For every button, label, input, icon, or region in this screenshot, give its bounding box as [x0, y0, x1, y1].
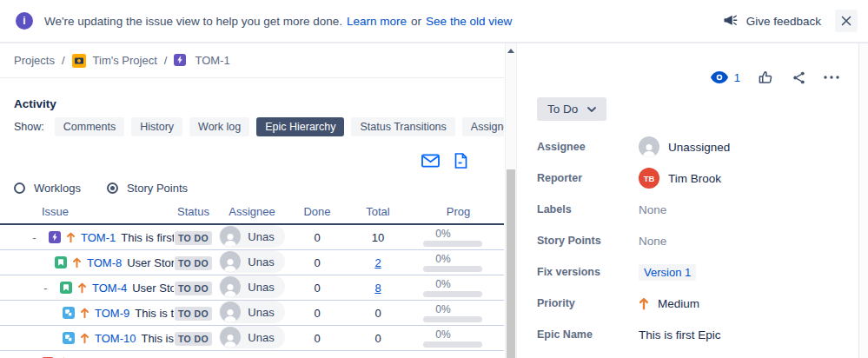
- tab-history[interactable]: History: [131, 117, 182, 136]
- banner-text: We're updating the issue view to help yo…: [44, 15, 342, 28]
- status-dropdown-button[interactable]: To Do: [537, 97, 606, 121]
- info-icon: i: [16, 12, 33, 30]
- breadcrumb-separator: /: [164, 54, 168, 67]
- reporter-avatar: TB: [639, 168, 659, 189]
- done-cell: 0: [291, 231, 343, 244]
- right-panel-edge: [858, 43, 868, 358]
- activity-tabs: Show: CommentsHistoryWork logEpic Hierar…: [14, 117, 504, 136]
- field-label: Labels: [537, 203, 639, 215]
- total-link[interactable]: 2: [374, 256, 381, 269]
- progress-percent: 0%: [408, 253, 478, 265]
- progress-bar: [423, 291, 482, 297]
- table-row-partial: [0, 351, 504, 358]
- assignee-cell: Unas: [213, 275, 291, 300]
- email-icon[interactable]: [421, 154, 440, 168]
- issue-key-link[interactable]: TOM-4: [92, 282, 127, 295]
- jira-issue-view: i We're updating the issue view to help …: [0, 0, 868, 358]
- issue-activity-panel: Projects/Tim's Project/TOM-1 Activity Sh…: [0, 43, 504, 358]
- total-cell: 0: [343, 332, 413, 345]
- tab-assignee-transitions[interactable]: Assignee Transitions: [462, 117, 504, 136]
- status-cell: TO DO: [174, 332, 213, 345]
- more-actions-button[interactable]: [824, 76, 839, 79]
- banner-close-button[interactable]: [835, 10, 858, 32]
- avatar: [220, 302, 241, 322]
- tab-status-transitions[interactable]: Status Transitions: [351, 117, 454, 136]
- assignee-name: Unas: [248, 281, 274, 294]
- status-cell: TO DO: [174, 256, 213, 269]
- learn-more-link[interactable]: Learn more: [347, 15, 407, 28]
- banner-message-group: i We're updating the issue view to help …: [0, 12, 512, 30]
- priority-up-arrow-icon: [80, 333, 89, 344]
- table-row-tom-9: TOM-9This is task...TO DOUnas000%: [0, 301, 504, 326]
- status-badge: TO DO: [175, 231, 212, 245]
- issue-key-link[interactable]: TOM-1: [81, 231, 116, 244]
- field-value-text: This is first Epic: [639, 328, 721, 341]
- assignee-name: Unas: [248, 230, 274, 243]
- collapse-toggle[interactable]: -: [30, 231, 38, 244]
- breadcrumb-item-projects[interactable]: Projects: [14, 54, 55, 67]
- collapse-toggle[interactable]: -: [42, 282, 50, 295]
- share-button[interactable]: [792, 70, 806, 85]
- radio-worklogs[interactable]: Worklogs: [14, 182, 81, 195]
- hierarchy-table-header: IssueStatusAssigneeDoneTotalProg: [0, 205, 504, 225]
- tab-epic-hierarchy[interactable]: Epic Hierarchy: [256, 117, 344, 136]
- issue-cell: TOM-10This is tas...: [0, 332, 174, 345]
- show-label: Show:: [14, 121, 44, 133]
- column-header-issue: Issue: [0, 205, 174, 218]
- share-icon: [792, 70, 806, 85]
- issue-summary: This is first Epic: [121, 231, 174, 244]
- table-row-tom-4: -TOM-4User Story 1TO DOUnas080%: [0, 275, 504, 301]
- field-fix-versions: Fix versionsVersion 1: [521, 256, 858, 288]
- issue-key-link[interactable]: TOM-9: [95, 307, 129, 320]
- thumbs-up-icon: [758, 70, 774, 85]
- chevron-down-icon: [587, 107, 596, 112]
- avatar: [639, 136, 659, 157]
- priority-up-arrow-icon: [66, 232, 76, 243]
- assignee-cell: Unas: [213, 301, 291, 325]
- issue-key-link[interactable]: TOM-8: [87, 256, 122, 269]
- issue-summary: User Story 5: [127, 256, 174, 269]
- breadcrumb-item-tim-s-project[interactable]: Tim's Project: [72, 54, 157, 68]
- radio-circle-icon: [14, 182, 25, 194]
- tab-work-log[interactable]: Work log: [189, 117, 249, 136]
- scrollbar-thumb[interactable]: [507, 169, 515, 358]
- scroll-up-arrow-icon[interactable]: [507, 49, 514, 53]
- issue-summary: This is tas...: [141, 332, 174, 345]
- column-header-assignee: Assignee: [213, 205, 291, 218]
- activity-title: Activity: [14, 97, 504, 110]
- assignee-cell: Unas: [213, 250, 291, 275]
- like-button[interactable]: [758, 70, 774, 85]
- export-document-icon[interactable]: [454, 153, 467, 169]
- watch-button[interactable]: 1: [711, 71, 740, 84]
- megaphone-icon: [723, 14, 739, 28]
- progress-bar: [423, 316, 482, 322]
- field-value: Unassigned: [639, 136, 730, 157]
- total-link[interactable]: 8: [374, 282, 381, 295]
- radio-label: Worklogs: [34, 182, 81, 195]
- story-type-icon: [55, 256, 67, 268]
- table-row-tom-1: -TOM-1This is first EpicTO DOUnas0100%: [0, 225, 504, 250]
- story-type-icon: [60, 282, 72, 294]
- give-feedback-button[interactable]: Give feedback: [723, 14, 821, 28]
- status-badge: TO DO: [175, 307, 212, 321]
- issue-key-link[interactable]: TOM-10: [95, 332, 136, 345]
- radio-story-points[interactable]: Story Points: [107, 182, 188, 195]
- field-value: None: [639, 203, 666, 216]
- avatar: [220, 327, 241, 348]
- vertical-scrollbar[interactable]: [505, 43, 517, 358]
- issue-summary: User Story 1: [132, 282, 174, 295]
- total-cell: 0: [343, 307, 413, 320]
- close-icon: [841, 16, 851, 26]
- table-row-tom-10: TOM-10This is tas...TO DOUnas000%: [0, 326, 504, 351]
- field-label: Fix versions: [537, 266, 639, 278]
- issue-actions: 1: [521, 43, 858, 85]
- see-old-view-link[interactable]: See the old view: [426, 15, 512, 28]
- subtask-type-icon: [63, 307, 75, 319]
- status-cell: TO DO: [174, 307, 213, 320]
- breadcrumb-item-tom-1[interactable]: TOM-1: [174, 54, 229, 68]
- tab-comments[interactable]: Comments: [55, 117, 124, 136]
- project-icon: [72, 54, 86, 68]
- field-label: Epic Name: [537, 328, 639, 341]
- fix-version-link[interactable]: Version 1: [639, 264, 696, 281]
- issue-cell: -TOM-1This is first Epic: [0, 231, 174, 244]
